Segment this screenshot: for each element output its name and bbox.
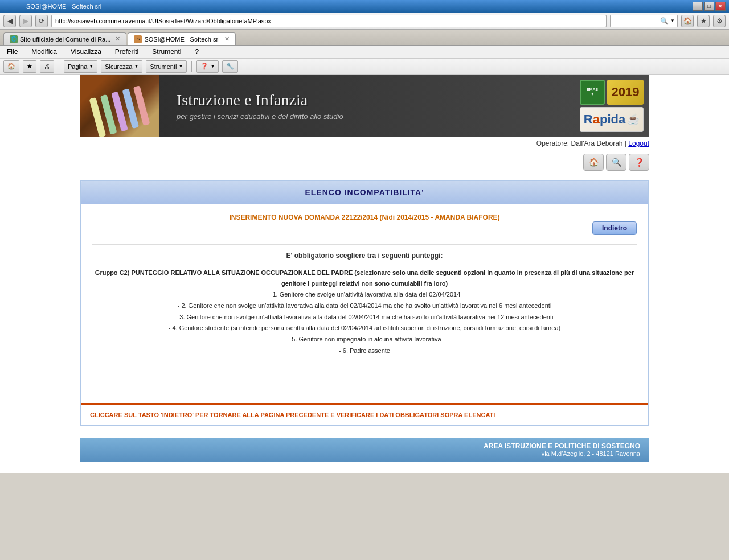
option-2: - 2. Genitore che non svolge un'attività…: [92, 300, 637, 311]
menu-preferiti[interactable]: Preferiti: [113, 47, 141, 56]
content-wrapper: ELENCO INCOMPATIBILITA' INSERIMENTO NUOV…: [80, 174, 649, 438]
back-btn-area: Indietro: [92, 221, 637, 235]
banner-title: Istruzione e Infanzia: [177, 91, 563, 109]
menu-bar: File Modifica Visualizza Preferiti Strum…: [0, 46, 729, 59]
operator-bar: Operatore: Dall'Ara Deborah | Logout: [0, 137, 729, 150]
pagina-arrow: ▼: [89, 64, 93, 69]
menu-modifica[interactable]: Modifica: [29, 47, 59, 56]
option-6: - 6. Padre assente: [92, 345, 637, 356]
page-footer: AREA ISTRUZIONE E POLITICHE DI SOSTEGNO …: [80, 438, 649, 462]
sub-header: INSERIMENTO NUOVA DOMANDA 22122/2014 (Ni…: [92, 213, 637, 245]
icon-toolbar: 🏠 🔍 ❓: [0, 150, 729, 174]
toolbar-pagina-btn[interactable]: Pagina ▼: [64, 60, 97, 73]
banner-subtitle: per gestire i servizi educativi e del di…: [177, 112, 563, 121]
sicurezza-arrow: ▼: [134, 64, 138, 69]
search-icon: 🔍: [660, 17, 669, 25]
sub-header-text: INSERIMENTO NUOVA DOMANDA 22122/2014 (Ni…: [229, 213, 499, 221]
main-panel: ELENCO INCOMPATIBILITA' INSERIMENTO NUOV…: [80, 180, 649, 426]
tab-comune-close[interactable]: ✕: [115, 35, 120, 43]
chalk-sticks: [89, 85, 150, 137]
menu-visualizza[interactable]: Visualizza: [68, 47, 104, 56]
strumenti-label: Strumenti: [150, 63, 177, 70]
home-nav-button[interactable]: 🏠: [681, 15, 694, 27]
address-bar[interactable]: [51, 15, 607, 27]
window-titlebar: SOSI@HOME - Softech srl _ □ ✕: [0, 0, 729, 13]
search-icon-btn[interactable]: 🔍: [606, 154, 626, 171]
tab-comune[interactable]: 🌐 Sito ufficiale del Comune di Ra... ✕: [3, 32, 126, 45]
emas-logo: EMAS✦: [580, 80, 605, 105]
logo-2019: 2019: [607, 80, 644, 105]
logout-link[interactable]: Logout: [628, 139, 649, 147]
banner-logos: EMAS✦ 2019 Rapida ☕: [580, 80, 649, 132]
help-icon-btn[interactable]: ❓: [629, 154, 649, 171]
refresh-button[interactable]: ⟳: [35, 15, 48, 27]
logo-box-top: EMAS✦ 2019: [580, 80, 644, 105]
titlebar-title: SOSI@HOME - Softech srl: [3, 3, 101, 10]
warning-bar: CLICCARE SUL TASTO 'INDIETRO' PER TORNAR…: [81, 403, 648, 425]
minimize-button[interactable]: _: [693, 2, 703, 11]
tab-sosi-icon: S: [134, 35, 142, 43]
maximize-button[interactable]: □: [704, 2, 714, 11]
banner-text: Istruzione e Infanzia per gestire i serv…: [159, 85, 580, 126]
mandatory-label: E' obbligatorio scegliere tra i seguenti…: [286, 252, 443, 260]
tab-sosi-close[interactable]: ✕: [224, 35, 230, 43]
page-banner: Istruzione e Infanzia per gestire i serv…: [80, 75, 649, 137]
options-text: Gruppo C2) PUNTEGGIO RELATIVO ALLA SITUA…: [92, 267, 637, 356]
tab-sosi[interactable]: S SOSI@HOME - Softech srl ✕: [128, 32, 235, 45]
search-down-icon[interactable]: ▼: [670, 18, 675, 23]
toolbar-strumenti-btn[interactable]: Strumenti ▼: [146, 60, 187, 73]
operator-label: Operatore: Dall'Ara Deborah: [536, 139, 623, 147]
home-icon-btn[interactable]: 🏠: [583, 154, 604, 171]
window-controls: _ □ ✕: [693, 2, 726, 11]
option-4: - 4. Genitore studente (si intende perso…: [92, 323, 637, 333]
banner-chalk-image: [80, 75, 159, 137]
option-5: - 5. Genitore non impegnato in alcuna at…: [92, 334, 637, 345]
sicurezza-label: Sicurezza: [105, 63, 132, 70]
back-button[interactable]: Indietro: [592, 221, 637, 235]
menu-help[interactable]: ?: [193, 47, 202, 56]
panel-title: ELENCO INCOMPATIBILITA': [88, 188, 641, 197]
option-3: - 3. Genitore che non svolge un'attività…: [92, 312, 637, 323]
menu-file[interactable]: File: [5, 47, 20, 56]
strumenti-arrow: ▼: [178, 64, 183, 69]
toolbar-home-btn[interactable]: 🏠: [3, 60, 19, 73]
toolbar-compat-btn[interactable]: 🔧: [222, 60, 238, 73]
tab-comune-icon: 🌐: [10, 35, 18, 43]
browser-toolbar: ◀ ▶ ⟳ 🔍 ▼ 🏠 ★ ⚙: [0, 13, 729, 30]
option-1: - 1. Genitore che svolge un'attività lav…: [92, 289, 637, 300]
toolbar-sep-2: [191, 61, 192, 72]
mandatory-text: E' obbligatorio scegliere tra i seguenti…: [92, 252, 637, 260]
rapida-logo: Rapida ☕: [580, 107, 644, 132]
footer-title: AREA ISTRUZIONE E POLITICHE DI SOSTEGNO: [89, 442, 640, 450]
tab-sosi-label: SOSI@HOME - Softech srl: [144, 36, 219, 43]
panel-header: ELENCO INCOMPATIBILITA': [81, 181, 648, 204]
toolbar-sep-1: [59, 61, 59, 72]
favorites-button[interactable]: ★: [697, 15, 710, 27]
toolbar-sicurezza-btn[interactable]: Sicurezza ▼: [101, 60, 142, 73]
forward-button[interactable]: ▶: [19, 15, 32, 27]
browser-tabs: 🌐 Sito ufficiale del Comune di Ra... ✕ S…: [0, 30, 729, 46]
pagina-label: Pagina: [68, 63, 87, 70]
search-area: 🔍 ▼: [610, 15, 678, 27]
panel-body: INSERIMENTO NUOVA DOMANDA 22122/2014 (Ni…: [81, 204, 648, 403]
toolbar-print-btn[interactable]: 🖨: [40, 60, 54, 73]
menu-strumenti[interactable]: Strumenti: [150, 47, 183, 56]
search-input[interactable]: [613, 18, 658, 24]
settings-nav-button[interactable]: ⚙: [713, 15, 726, 27]
close-button[interactable]: ✕: [715, 2, 726, 11]
second-toolbar: 🏠 ★ 🖨 Pagina ▼ Sicurezza ▼ Strumenti ▼ ❓…: [0, 59, 729, 75]
group-label: Gruppo C2) PUNTEGGIO RELATIVO ALLA SITUA…: [92, 267, 637, 289]
toolbar-star-btn[interactable]: ★: [23, 60, 36, 73]
footer-address: via M.d'Azeglio, 2 - 48121 Ravenna: [89, 450, 640, 457]
toolbar-help-btn[interactable]: ❓▼: [196, 60, 219, 73]
warning-text: CLICCARE SUL TASTO 'INDIETRO' PER TORNAR…: [90, 411, 639, 418]
browser-content: Istruzione e Infanzia per gestire i serv…: [0, 75, 729, 473]
tab-comune-label: Sito ufficiale del Comune di Ra...: [20, 36, 110, 43]
back-button[interactable]: ◀: [3, 15, 16, 27]
